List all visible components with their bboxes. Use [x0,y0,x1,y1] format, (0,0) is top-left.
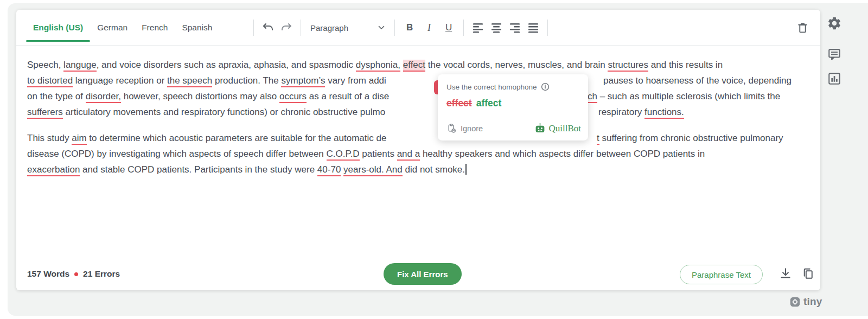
text-segment: and this results in [648,60,723,70]
align-right-icon [508,21,521,34]
ignore-label: Ignore [461,124,483,133]
tab-english-us[interactable]: English (US) [26,10,90,46]
wrong-word: effect [446,98,472,109]
suggestion-words[interactable]: effectaffect [446,98,579,109]
paraphrase-text-button[interactable]: Paraphrase Text [680,265,763,284]
error-word[interactable]: C.O.P.D [327,149,360,161]
text-segment: to determine which acoustic parameters a… [87,133,387,143]
error-word[interactable]: symptom’s [281,75,325,87]
text-line: disease (COPD) by investigating which as… [27,148,815,161]
undo-icon [261,21,275,34]
text-segment: articulatory movements and respiratory f… [63,107,385,117]
error-word[interactable]: to distorted [27,75,73,87]
text-segment: , and voice disorders such as apraxia, a… [97,60,356,70]
paragraph-style-label: Paragraph [310,23,348,33]
download-button[interactable] [778,266,793,283]
info-icon[interactable] [541,82,550,91]
suggestion-title-row: Use the correct homophone [446,82,579,91]
editor-footer: 157 Words 21 Errors Fix All Errors Parap… [16,258,820,290]
tiny-wordmark: tiny [803,296,822,308]
text-segment: vary from addi [325,75,386,86]
document-text-area[interactable]: Speech, languge, and voice disorders suc… [16,46,820,258]
comment-icon [827,47,841,61]
error-count: 21 Errors [83,269,120,279]
chevron-down-icon [378,24,385,31]
toolbar-divider [301,20,301,36]
toolbar-divider [394,20,395,36]
text-segment: – such as multiple sclerosis (which limi… [597,91,780,101]
text-segment: did not smoke. [403,164,465,175]
text-line: to distorted language reception or the s… [27,74,815,87]
tinymce-branding[interactable]: tiny [789,296,822,308]
text-segment: healthy speakers and which aspects diffe… [420,149,705,159]
error-word[interactable]: functions. [644,107,684,119]
error-word[interactable]: languge [63,60,97,72]
quillbot-logo[interactable]: QuillBot [534,123,581,134]
suggestion-footer: Ignore QuillBot [446,123,581,134]
undo-button[interactable] [259,18,277,37]
text-fragment-after-popup: ch – such as multiple sclerosis (which l… [588,90,780,103]
italic-button[interactable]: I [419,22,439,34]
text-segment: however, speech distortions may also [121,91,279,101]
error-word[interactable]: years-old. And [343,164,403,176]
text-segment: patients [360,149,397,159]
correct-word[interactable]: affect [476,98,502,109]
align-right-button[interactable] [506,18,524,37]
gear-icon [827,16,842,31]
active-error-word[interactable]: effect [403,60,425,72]
tab-french[interactable]: French [135,10,175,46]
toolbar-divider [253,20,254,36]
comments-button[interactable] [826,46,843,63]
error-word[interactable]: disorder, [86,91,121,103]
error-word[interactable]: exacerbation [27,164,80,176]
error-word[interactable]: and a [397,149,420,161]
error-word[interactable]: the speech [167,75,212,87]
toolbar-divider [547,20,548,36]
text-segment: on the type of [27,91,86,101]
toolbar-divider [463,20,464,36]
text-line: This study aim to determine which acoust… [27,132,815,145]
suggestion-popup: Use the correct homophone effectaffect I… [438,74,588,141]
error-word[interactable]: structures [608,60,648,72]
word-count: 157 Words [27,269,69,279]
error-word[interactable]: occurs [279,91,307,103]
error-word[interactable]: aim [72,133,86,145]
justify-button[interactable] [524,18,542,37]
text-segment: This study [27,133,72,143]
error-word[interactable]: dysphonia, [356,60,400,72]
text-segment: Speech, [27,60,63,70]
tab-spanish[interactable]: Spanish [175,10,219,46]
bold-button[interactable]: B [400,22,419,33]
text-segment: respiratory [598,107,644,117]
text-line: exacerbation and stable COPD patients. P… [27,163,815,176]
text-line: sufferers articulatory movements and res… [27,106,815,119]
fix-all-errors-button[interactable]: Fix All Errors [384,263,462,285]
ignore-button[interactable]: Ignore [446,123,483,133]
text-segment: as a result of a dise [307,91,389,101]
text-fragment-after-popup: t suffering from chronic obstructive pul… [597,132,783,145]
align-center-icon [490,21,503,34]
statistics-button[interactable] [826,70,843,87]
copy-button[interactable] [801,267,815,283]
tab-german[interactable]: German [90,10,135,46]
error-word[interactable]: sufferers [27,107,63,119]
underline-button[interactable]: U [439,22,458,33]
clear-text-button[interactable] [793,18,812,37]
error-word[interactable]: 40-70 [317,164,341,176]
align-left-icon [471,21,484,34]
settings-button[interactable] [826,15,843,32]
align-center-button[interactable] [487,18,506,37]
editor-card: English (US)GermanFrenchSpanish Paragrap… [16,10,820,290]
redo-icon [280,21,293,34]
text-segment: pauses to hoarseness of the voice, depen… [603,75,792,86]
quillbot-wordmark: QuillBot [548,123,581,134]
paragraph-style-dropdown[interactable]: Paragraph [306,23,390,33]
text-segment: suffering from chronic obstructive pulmo… [599,133,783,143]
align-left-button[interactable] [469,18,487,37]
error-word[interactable]: ch [588,91,597,103]
quillbot-robot-icon [534,123,546,134]
text-segment: the vocal cords, nerves, muscles, and br… [425,60,608,70]
ignore-icon [446,123,457,133]
bar-chart-icon [827,72,841,86]
redo-button[interactable] [277,18,296,37]
